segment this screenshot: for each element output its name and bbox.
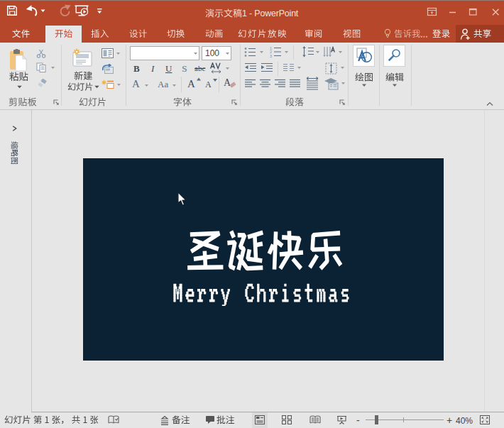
- svg-text:3: 3: [270, 54, 272, 58]
